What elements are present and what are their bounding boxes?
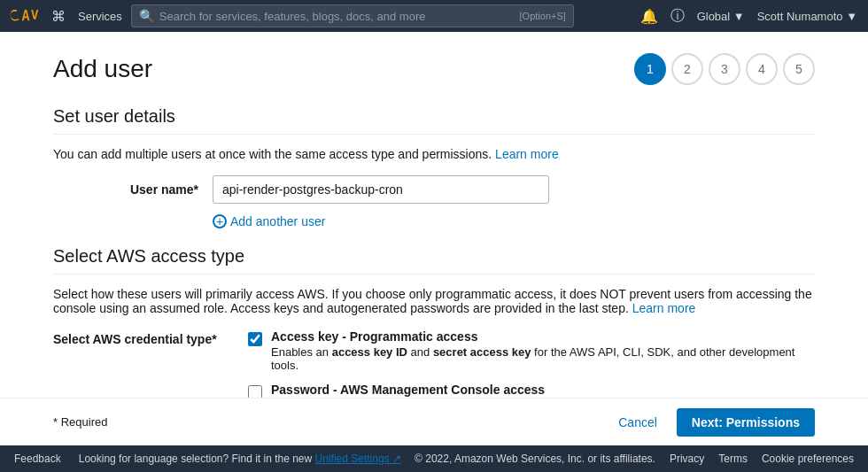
search-icon: 🔍 <box>139 9 154 23</box>
cancel-button[interactable]: Cancel <box>608 408 668 437</box>
user-menu[interactable]: Scott Numamoto ▼ <box>757 10 857 23</box>
help-icon[interactable]: ⓘ <box>670 7 685 26</box>
select-access-type-desc: Select how these users will primarily ac… <box>53 287 815 315</box>
username-row: User name* <box>53 175 815 204</box>
step-4[interactable]: 4 <box>746 53 778 85</box>
stepper: 1 2 3 4 5 <box>634 53 815 85</box>
footer-actions: Cancel Next: Permissions <box>608 408 815 437</box>
step-1[interactable]: 1 <box>634 53 666 85</box>
programmatic-access-title: Access key - Programmatic access <box>271 329 815 344</box>
add-user-row: + Add another user <box>213 214 815 228</box>
next-permissions-button[interactable]: Next: Permissions <box>677 408 815 437</box>
step-2[interactable]: 2 <box>671 53 703 85</box>
select-access-type-section: Select AWS access type Select how these … <box>53 246 815 412</box>
learn-more-link-1[interactable]: Learn more <box>495 147 559 161</box>
top-navigation: ⌘ Services 🔍 [Option+S] 🔔 ⓘ Global ▼ Sco… <box>0 0 868 32</box>
programmatic-access-text: Access key - Programmatic access Enables… <box>271 329 815 372</box>
search-input[interactable] <box>159 10 515 23</box>
nav-right: 🔔 ⓘ Global ▼ Scott Numamoto ▼ <box>640 7 857 26</box>
set-user-details-section: Set user details You can add multiple us… <box>53 106 815 228</box>
notification-icon[interactable]: 🔔 <box>640 8 658 25</box>
username-label: User name* <box>53 182 213 197</box>
credential-type-label: Select AWS credential type* <box>53 329 248 346</box>
learn-more-link-2[interactable]: Learn more <box>632 301 696 315</box>
region-selector[interactable]: Global ▼ <box>697 10 745 23</box>
set-user-details-title: Set user details <box>53 106 815 127</box>
aws-logo[interactable] <box>11 7 39 25</box>
add-another-user-button[interactable]: + Add another user <box>213 214 325 228</box>
search-shortcut: [Option+S] <box>520 11 566 21</box>
footer-bar: * Required Cancel Next: Permissions <box>0 398 868 445</box>
select-access-type-title: Select AWS access type <box>53 246 815 267</box>
plus-circle-icon: + <box>213 214 227 228</box>
services-nav-label[interactable]: Services <box>78 10 122 23</box>
required-note: * Required <box>53 415 107 429</box>
page-header: Add user 1 2 3 4 5 <box>53 53 815 85</box>
step-5[interactable]: 5 <box>783 53 815 85</box>
grid-icon[interactable]: ⌘ <box>48 4 69 28</box>
main-content: Add user 1 2 3 4 5 Set user details You … <box>0 32 868 445</box>
programmatic-access-desc: Enables an access key ID and secret acce… <box>271 345 815 372</box>
page-title: Add user <box>53 55 152 83</box>
username-input[interactable] <box>213 175 549 204</box>
step-3[interactable]: 3 <box>709 53 740 85</box>
set-user-details-desc: You can add multiple users at once with … <box>53 147 815 161</box>
programmatic-access-checkbox[interactable] <box>248 332 262 346</box>
programmatic-access-option: Access key - Programmatic access Enables… <box>248 329 815 372</box>
global-search: 🔍 [Option+S] <box>131 4 574 27</box>
console-access-title: Password - AWS Management Console access <box>271 383 698 397</box>
